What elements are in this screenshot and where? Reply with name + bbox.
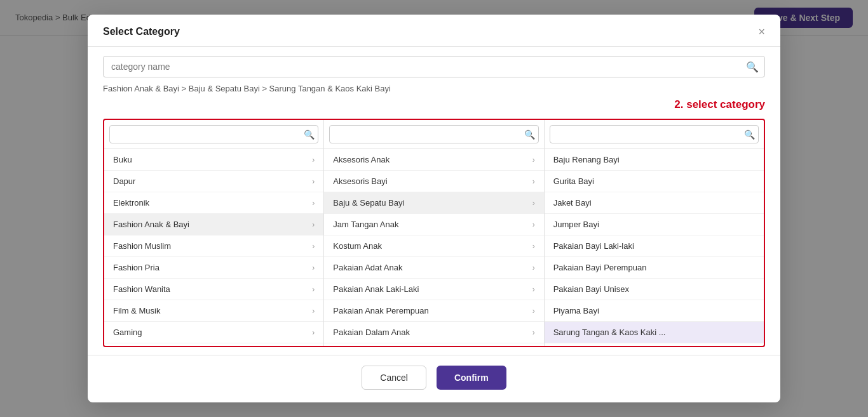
list-item[interactable]: Aksesoris Bayi› bbox=[324, 171, 543, 192]
confirm-button[interactable]: Confirm bbox=[437, 366, 506, 390]
search-row: 🔍 bbox=[88, 47, 780, 77]
list-item[interactable]: Dapur› bbox=[104, 171, 323, 192]
category-column-3: 🔍 Baju Renang Bayi Gurita Bayi Jaket Bay… bbox=[545, 120, 764, 346]
list-item[interactable]: Pakaian Adat Anak› bbox=[324, 257, 543, 279]
col3-search-wrapper: 🔍 bbox=[545, 120, 764, 149]
modal-header: Select Category × bbox=[88, 15, 780, 47]
list-item[interactable]: Pakaian Anak Perempuan› bbox=[324, 300, 543, 322]
list-item[interactable]: Film & Musik› bbox=[104, 300, 323, 322]
category-search-input[interactable] bbox=[103, 56, 765, 77]
col2-items-list: Aksesoris Anak› Aksesoris Bayi› Baju & S… bbox=[324, 149, 543, 346]
list-item[interactable]: Buku› bbox=[104, 149, 323, 171]
list-item[interactable]: Pakaian Bayi Laki-laki bbox=[545, 235, 764, 257]
list-item[interactable]: Gaming› bbox=[104, 322, 323, 343]
list-item[interactable]: Elektronik› bbox=[104, 192, 323, 214]
list-item[interactable]: Fashion Muslim› bbox=[104, 235, 323, 257]
instruction-text: 2. select category bbox=[88, 93, 780, 111]
cancel-button[interactable]: Cancel bbox=[362, 366, 426, 390]
category-column-1: 🔍 Buku› Dapur› Elektronik› Fas bbox=[104, 120, 324, 346]
col2-search-icon: 🔍 bbox=[524, 129, 535, 140]
col1-search-wrapper: 🔍 bbox=[104, 120, 323, 149]
list-item[interactable]: Jaket Bayi bbox=[545, 192, 764, 214]
col3-search-icon: 🔍 bbox=[744, 129, 755, 140]
list-item[interactable]: Pakaian Bayi Unisex bbox=[545, 279, 764, 300]
list-item[interactable]: Gurita Bayi bbox=[545, 171, 764, 192]
col2-search-input[interactable] bbox=[329, 125, 538, 143]
list-item[interactable]: Sarung Tangan & Kaos Kaki ... bbox=[545, 322, 764, 343]
select-category-modal: Select Category × 🔍 Fashion Anak & Bayi … bbox=[88, 15, 780, 402]
list-item[interactable]: Jam Tangan Anak› bbox=[324, 214, 543, 235]
list-item[interactable]: Piyama Bayi bbox=[545, 300, 764, 322]
list-item[interactable]: Pakaian Anak Laki-Laki› bbox=[324, 279, 543, 300]
modal-footer: Cancel Confirm bbox=[88, 355, 780, 402]
page-background: Tokopedia > Bulk Edit > Category Mapping… bbox=[0, 0, 868, 417]
list-item[interactable]: Jumper Bayi bbox=[545, 214, 764, 235]
selected-path-breadcrumb: Fashion Anak & Bayi > Baju & Sepatu Bayi… bbox=[88, 77, 780, 93]
col1-search-icon: 🔍 bbox=[304, 129, 315, 140]
list-item[interactable]: Baju & Sepatu Bayi› bbox=[324, 192, 543, 214]
col2-search-wrapper: 🔍 bbox=[324, 120, 543, 149]
list-item[interactable]: Baju Renang Bayi bbox=[545, 149, 764, 171]
col1-search-input[interactable] bbox=[109, 125, 318, 143]
col1-items-list: Buku› Dapur› Elektronik› Fashion Anak & … bbox=[104, 149, 323, 346]
modal-title: Select Category bbox=[103, 26, 180, 37]
search-icon-button[interactable]: 🔍 bbox=[740, 56, 765, 77]
modal-close-button[interactable]: × bbox=[758, 26, 765, 37]
list-item[interactable]: Fashion Pria› bbox=[104, 257, 323, 279]
list-item[interactable]: Pakaian Dalam Anak› bbox=[324, 322, 543, 343]
col3-search-input[interactable] bbox=[550, 125, 759, 143]
category-column-2: 🔍 Aksesoris Anak› Aksesoris Bayi› Baju &… bbox=[324, 120, 544, 346]
category-columns-container: 🔍 Buku› Dapur› Elektronik› Fas bbox=[103, 119, 765, 347]
search-input-wrapper: 🔍 bbox=[103, 56, 765, 77]
col3-items-list: Baju Renang Bayi Gurita Bayi Jaket Bayi … bbox=[545, 149, 764, 346]
list-item[interactable]: Fashion Anak & Bayi› bbox=[104, 214, 323, 235]
list-item[interactable]: Aksesoris Anak› bbox=[324, 149, 543, 171]
list-item[interactable]: Fashion Wanita› bbox=[104, 279, 323, 300]
list-item[interactable]: Kostum Anak› bbox=[324, 235, 543, 257]
modal-overlay: Select Category × 🔍 Fashion Anak & Bayi … bbox=[0, 0, 868, 417]
list-item[interactable]: Pakaian Bayi Perempuan bbox=[545, 257, 764, 279]
